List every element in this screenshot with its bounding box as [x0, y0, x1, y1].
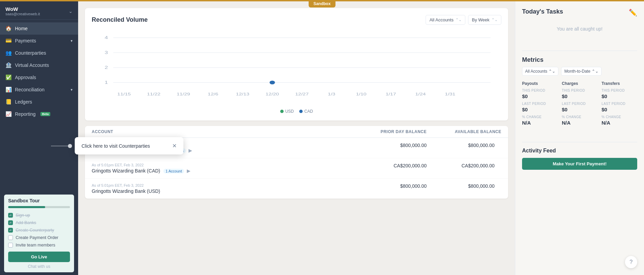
metrics-title: Metrics [522, 56, 637, 63]
sidebar-nav: 🏠 Home 💳 Payments ▾ 👥 Counterparties 🏦 V… [0, 20, 78, 192]
svg-text:11/29: 11/29 [177, 92, 190, 96]
metrics-accounts-select[interactable]: All Accounts ⌃⌄ [522, 67, 558, 76]
metrics-grid: Payouts THIS PERIOD $0 LAST PERIOD $0 % … [522, 81, 637, 128]
sidebar-item-virtual-accounts[interactable]: 🏦 Virtual Accounts [0, 59, 78, 71]
tour-checkbox-add-banks: ✓ [8, 220, 13, 225]
chevron-right-icon-2: ▾ [71, 88, 73, 92]
period-select[interactable]: By Week ⌃⌄ [468, 15, 501, 25]
metric-charges: Charges THIS PERIOD $0 LAST PERIOD $0 % … [562, 81, 597, 128]
table-header: Account Prior Day Balance Available Bala… [85, 126, 508, 138]
chevron-icon-4: ⌃⌄ [592, 69, 598, 74]
tooltip-popup: Click here to visit Counterparties ✕ [75, 137, 183, 154]
svg-text:4: 4 [105, 35, 108, 40]
chart-card: Reconciled Volume All Accounts ⌃⌄ By Wee… [85, 8, 508, 121]
table-row[interactable]: As of 5:01pm EET, Feb 3, 2022 Gringotts … [85, 179, 508, 199]
sidebar-item-reporting[interactable]: 📈 Reporting Beta [0, 108, 78, 120]
svg-point-20 [270, 81, 275, 85]
metrics-section: Metrics All Accounts ⌃⌄ Month-to-Date ⌃⌄… [522, 56, 637, 128]
reporting-icon: 📈 [5, 111, 12, 117]
svg-text:12/13: 12/13 [236, 92, 249, 96]
legend-cad: CAD [299, 109, 313, 114]
org-name: WoW [5, 6, 40, 12]
svg-text:1/24: 1/24 [415, 92, 426, 96]
sandbox-tour-title: Sandbox Tour [8, 198, 70, 203]
sidebar: WoW saas@creativeweb.it ⌄ 🏠 Home 💳 Payme… [0, 1, 78, 275]
chart-title: Reconciled Volume [92, 16, 148, 23]
svg-text:12/6: 12/6 [208, 92, 218, 96]
metrics-period-select[interactable]: Month-to-Date ⌃⌄ [561, 67, 602, 76]
svg-text:12/20: 12/20 [266, 92, 279, 96]
payments-icon: 💳 [5, 38, 12, 44]
sandbox-badge: Sandbox [309, 0, 336, 7]
tour-checkbox-create-payment [8, 235, 13, 240]
svg-text:1/10: 1/10 [356, 92, 366, 96]
accounts-select[interactable]: All Accounts ⌃⌄ [426, 15, 465, 25]
tour-item-add-banks: ✓ Add Banks [8, 219, 70, 226]
beta-badge: Beta [40, 112, 51, 116]
close-icon[interactable]: ✕ [172, 143, 177, 149]
ledgers-icon: 📒 [5, 99, 12, 105]
col-available-balance: Available Balance [433, 129, 501, 134]
caught-up-text: You are all caught up! [522, 21, 637, 37]
sidebar-item-counterparties[interactable]: 👥 Counterparties [0, 47, 78, 59]
check-icon: ✏️ [629, 8, 637, 17]
svg-text:3: 3 [105, 50, 108, 55]
home-icon: 🏠 [5, 25, 12, 32]
chart-legend: USD CAD [92, 109, 501, 114]
right-panel: Today's Tasks ✏️ You are all caught up! … [515, 1, 644, 275]
progress-bar [8, 206, 70, 208]
sidebar-item-payments[interactable]: 💳 Payments ▾ [0, 35, 78, 47]
prior-balance-1: $800,000.00 [365, 143, 433, 153]
sidebar-item-approvals[interactable]: ✅ Approvals [0, 71, 78, 84]
tooltip-text: Click here to visit Counterparties [82, 143, 150, 149]
approvals-icon: ✅ [5, 74, 12, 80]
svg-text:2: 2 [105, 65, 108, 70]
reconciliation-icon: 📊 [5, 87, 12, 93]
go-live-button[interactable]: Go Live [8, 252, 70, 262]
virtual-accounts-icon: 🏦 [5, 62, 12, 68]
counterparties-icon: 👥 [5, 50, 12, 56]
account-info-2: As of 5:01pm EET, Feb 3, 2022 Gringotts … [92, 163, 365, 173]
tour-checkbox-signup: ✓ [8, 213, 13, 218]
svg-text:1/17: 1/17 [386, 92, 396, 96]
tour-checkbox-create-counterparty: ✓ [8, 228, 13, 233]
sidebar-item-home[interactable]: 🏠 Home [0, 22, 78, 35]
make-payment-button[interactable]: Make Your First Payment! [522, 158, 637, 170]
arrow-icon: ▶ [189, 148, 192, 153]
available-balance-3: $800,000.00 [433, 183, 501, 194]
svg-text:1/31: 1/31 [445, 92, 455, 96]
metric-payouts: Payouts THIS PERIOD $0 LAST PERIOD $0 % … [522, 81, 558, 128]
chevron-down-icon: ⌄ [69, 8, 73, 14]
table-row[interactable]: As of 5:01pm EET, Feb 3, 2022 Gringotts … [85, 158, 508, 179]
metric-transfers: Transfers THIS PERIOD $0 LAST PERIOD $0 … [602, 81, 637, 128]
sidebar-header[interactable]: WoW saas@creativeweb.it ⌄ [0, 1, 78, 20]
chevron-icon-3: ⌃⌄ [549, 69, 555, 74]
reconciled-volume-chart: 4 3 2 1 11/15 11/22 11/29 12/6 12/13 12/… [92, 30, 501, 105]
todays-tasks-title: Today's Tasks [522, 8, 563, 15]
tooltip-dot [68, 144, 72, 148]
svg-text:1: 1 [105, 80, 108, 85]
help-button[interactable]: ? [625, 256, 637, 268]
top-bar: Sandbox [0, 0, 644, 1]
chat-link[interactable]: Chat with us [8, 264, 70, 269]
prior-balance-3: $800,000.00 [365, 183, 433, 194]
prior-balance-2: CA$200,000.00 [365, 163, 433, 173]
activity-feed-section: Activity Feed Make Your First Payment! [522, 148, 637, 170]
activity-feed-title: Activity Feed [522, 148, 637, 154]
svg-text:12/27: 12/27 [295, 92, 309, 96]
metrics-selects: All Accounts ⌃⌄ Month-to-Date ⌃⌄ [522, 67, 637, 76]
available-balance-2: CA$200,000.00 [433, 163, 501, 173]
sandbox-tour-panel: Sandbox Tour ✓ Sign up ✓ Add Banks ✓ Cre… [4, 195, 74, 272]
progress-bar-fill [8, 206, 45, 208]
tour-item-create-payment: Create Payment Order [8, 234, 70, 241]
sidebar-item-ledgers[interactable]: 📒 Ledgers [0, 96, 78, 108]
arrow-icon-2: ▶ [187, 168, 191, 173]
usd-dot [280, 110, 284, 113]
todays-tasks-section: Today's Tasks ✏️ You are all caught up! [522, 8, 637, 37]
account-tag-2: 1 Account [163, 169, 184, 173]
org-email: saas@creativeweb.it [5, 12, 40, 16]
col-account: Account [92, 129, 365, 134]
divider-1 [522, 51, 637, 51]
available-balance-1: $800,000.00 [433, 143, 501, 153]
sidebar-item-reconciliation[interactable]: 📊 Reconciliation ▾ [0, 84, 78, 96]
